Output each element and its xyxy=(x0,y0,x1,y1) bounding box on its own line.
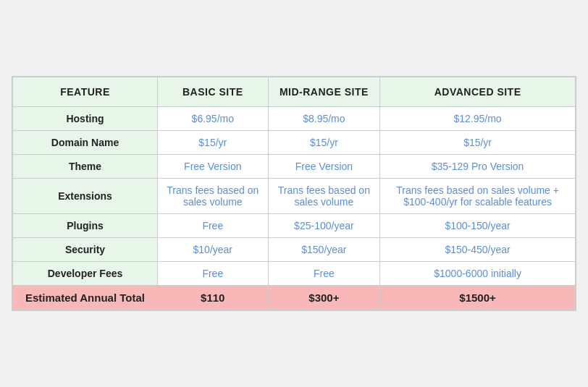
feature-cell: Hosting xyxy=(13,107,158,131)
basic-cell: $10/year xyxy=(158,238,269,262)
table-row: Estimated Annual Total$110$300+$1500+ xyxy=(13,286,576,310)
table-row: Domain Name$15/yr$15/yr$15/yr xyxy=(13,131,576,155)
table-row: ThemeFree VersionFree Version$35-129 Pro… xyxy=(13,155,576,179)
basic-cell: Free Version xyxy=(158,155,269,179)
advanced-cell: $1500+ xyxy=(380,286,576,310)
feature-cell: Security xyxy=(13,238,158,262)
advanced-cell: $100-150/year xyxy=(380,214,576,238)
midrange-cell: $8.95/mo xyxy=(268,107,380,131)
midrange-cell: $25-100/year xyxy=(268,214,380,238)
midrange-cell: $300+ xyxy=(268,286,380,310)
feature-cell: Extensions xyxy=(13,179,158,214)
comparison-table-wrapper: FEATURE BASIC SITE MID-RANGE SITE ADVANC… xyxy=(12,76,576,311)
header-advanced: ADVANCED SITE xyxy=(380,77,576,107)
basic-cell: $110 xyxy=(158,286,269,310)
basic-cell: Free xyxy=(158,262,269,286)
midrange-cell: Free Version xyxy=(268,155,380,179)
advanced-cell: $35-129 Pro Version xyxy=(380,155,576,179)
basic-cell: Free xyxy=(158,214,269,238)
header-basic: BASIC SITE xyxy=(158,77,269,107)
advanced-cell: $15/yr xyxy=(380,131,576,155)
comparison-table: FEATURE BASIC SITE MID-RANGE SITE ADVANC… xyxy=(12,77,576,310)
table-row: PluginsFree$25-100/year$100-150/year xyxy=(13,214,576,238)
table-row: ExtensionsTrans fees based on sales volu… xyxy=(13,179,576,214)
midrange-cell: $150/year xyxy=(268,238,380,262)
advanced-cell: Trans fees based on sales volume + $100-… xyxy=(380,179,576,214)
feature-cell: Theme xyxy=(13,155,158,179)
feature-cell: Domain Name xyxy=(13,131,158,155)
feature-cell: Plugins xyxy=(13,214,158,238)
basic-cell: Trans fees based on sales volume xyxy=(158,179,269,214)
midrange-cell: Trans fees based on sales volume xyxy=(268,179,380,214)
basic-cell: $6.95/mo xyxy=(158,107,269,131)
feature-cell: Estimated Annual Total xyxy=(13,286,158,310)
table-row: Hosting$6.95/mo$8.95/mo$12.95/mo xyxy=(13,107,576,131)
header-feature: FEATURE xyxy=(13,77,158,107)
feature-cell: Developer Fees xyxy=(13,262,158,286)
advanced-cell: $1000-6000 initially xyxy=(380,262,576,286)
basic-cell: $15/yr xyxy=(158,131,269,155)
midrange-cell: Free xyxy=(268,262,380,286)
midrange-cell: $15/yr xyxy=(268,131,380,155)
advanced-cell: $12.95/mo xyxy=(380,107,576,131)
header-row: FEATURE BASIC SITE MID-RANGE SITE ADVANC… xyxy=(13,77,576,107)
table-row: Developer FeesFreeFree$1000-6000 initial… xyxy=(13,262,576,286)
table-row: Security$10/year$150/year$150-450/year xyxy=(13,238,576,262)
header-midrange: MID-RANGE SITE xyxy=(268,77,380,107)
advanced-cell: $150-450/year xyxy=(380,238,576,262)
